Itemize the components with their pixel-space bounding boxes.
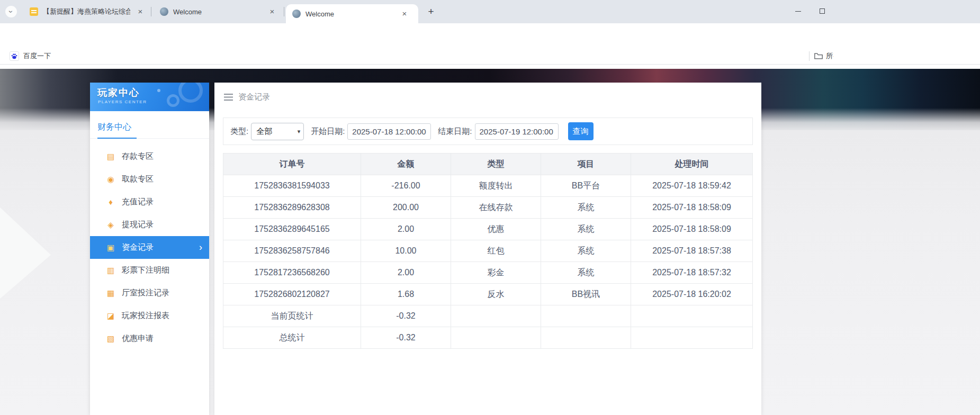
sidebar-item-recharge-records[interactable]: ♦ 充值记录	[90, 191, 209, 213]
sidebar-section-label: 财务中心	[97, 122, 131, 131]
end-date-input[interactable]	[475, 123, 559, 140]
bookmarks-bar: 百度一下 所有书签	[0, 48, 980, 65]
sidebar-item-label: 资金记录	[122, 242, 154, 252]
menu-icon	[224, 94, 233, 101]
close-tab-icon[interactable]: ×	[267, 7, 277, 16]
bet-report-icon: ◪	[106, 311, 115, 321]
type-label: 类型:	[230, 127, 248, 137]
sidebar-title: 玩家中心	[97, 86, 140, 99]
sidebar-item-withdraw[interactable]: ◉ 取款专区	[90, 168, 209, 191]
col-project: 项目	[541, 154, 631, 175]
col-time: 处理时间	[631, 154, 753, 175]
table-cell: -0.32	[361, 305, 451, 327]
baidu-favicon	[10, 51, 19, 61]
table-cell: BB平台	[541, 175, 631, 197]
tab-separator	[284, 7, 284, 16]
table-cell	[631, 327, 753, 349]
sidebar-item-label: 厅室投注记录	[122, 288, 169, 298]
decor-triangle	[0, 206, 51, 300]
hall-bets-icon: ▦	[106, 288, 115, 298]
bookmark-baidu[interactable]: 百度一下	[6, 50, 54, 62]
sidebar-item-hall-bets[interactable]: ▦ 厅室投注记录	[90, 282, 209, 304]
sidebar-item-fund-records[interactable]: ▣ 资金记录 ›	[90, 236, 209, 259]
search-button[interactable]: 查询	[568, 122, 594, 140]
close-tab-icon[interactable]: ×	[136, 7, 145, 16]
col-order-id: 订单号	[223, 154, 361, 175]
table-cell: 1752826802120827	[223, 284, 361, 305]
table-cell	[451, 305, 541, 327]
browser-navbar: ← → ↻ ⌂ js13.cc/hhcp/usercenter.html?ini…	[0, 23, 980, 48]
start-date-label: 开始日期:	[311, 127, 345, 137]
minimize-button[interactable]	[786, 0, 810, 22]
table-cell	[631, 305, 753, 327]
sidebar-item-withdrawal-records[interactable]: ◈ 提现记录	[90, 213, 209, 236]
folder-icon	[814, 52, 823, 60]
chevron-right-icon: ›	[199, 241, 202, 252]
tab-title: 【新提醒】海燕策略论坛综合交流	[43, 7, 130, 16]
close-tab-icon[interactable]: ×	[400, 9, 409, 19]
sidebar-item-deposit[interactable]: ▤ 存款专区	[90, 145, 209, 168]
table-cell: 2025-07-18 18:57:32	[631, 262, 753, 284]
type-select[interactable]: 全部 ▾	[251, 123, 304, 140]
minimize-icon	[795, 11, 801, 12]
table-cell: 系统	[541, 240, 631, 262]
start-date-input[interactable]	[347, 123, 431, 140]
table-cell: 1752836289645165	[223, 219, 361, 240]
col-amount: 金额	[361, 154, 451, 175]
sidebar-item-label: 玩家投注报表	[122, 311, 169, 321]
browser-titlebar: › 【新提醒】海燕策略论坛综合交流 × Welcome × Welcome × …	[0, 0, 980, 23]
tab-title: Welcome	[173, 8, 262, 16]
tab-forum[interactable]: 【新提醒】海燕策略论坛综合交流 ×	[23, 0, 150, 23]
table-cell	[541, 305, 631, 327]
sidebar-item-label: 充值记录	[122, 197, 154, 207]
tab-favicon	[160, 7, 168, 16]
fund-records-table: 订单号 金额 类型 项目 处理时间 1752836381594033 -216.…	[223, 153, 753, 349]
table-cell: 1.68	[361, 284, 451, 305]
table-row-total-summary: 总统计 -0.32	[223, 327, 753, 349]
withdraw-icon: ◉	[106, 175, 115, 184]
table-cell: 10.00	[361, 240, 451, 262]
table-cell: 2.00	[361, 262, 451, 284]
table-cell: -0.32	[361, 327, 451, 349]
page-title: 资金记录	[238, 92, 270, 102]
withdrawal-records-icon: ◈	[106, 220, 115, 230]
panel-header: 资金记录	[214, 83, 761, 111]
table-cell: 系统	[541, 219, 631, 240]
lottery-bets-icon: ▥	[106, 266, 115, 275]
table-cell: 反水	[451, 284, 541, 305]
sidebar-header: 玩家中心 PLAYERS CENTER	[90, 83, 209, 111]
sidebar-item-lottery-bets[interactable]: ▥ 彩票下注明细	[90, 259, 209, 282]
maximize-button[interactable]	[810, 0, 834, 22]
sidebar-section: 财务中心	[90, 111, 209, 139]
sidebar-subtitle: PLAYERS CENTER	[98, 100, 147, 104]
table-cell: 总统计	[223, 327, 361, 349]
table-cell: 在线存款	[451, 197, 541, 219]
table-cell: 红包	[451, 240, 541, 262]
table-cell: 2025-07-18 18:58:09	[631, 197, 753, 219]
table-header-row: 订单号 金额 类型 项目 处理时间	[223, 154, 753, 175]
sidebar-item-label: 优惠申请	[122, 333, 154, 344]
tab-welcome-2-active[interactable]: Welcome ×	[286, 4, 418, 23]
table-cell: 200.00	[361, 197, 451, 219]
table-cell: 2.00	[361, 219, 451, 240]
table-cell: 2025-07-18 18:58:09	[631, 219, 753, 240]
tab-search-caret-button[interactable]: ›	[5, 6, 17, 17]
new-tab-button[interactable]: +	[424, 5, 438, 20]
select-caret-icon: ▾	[298, 128, 301, 135]
table-row: 1752836289645165 2.00 优惠 系统 2025-07-18 1…	[223, 219, 753, 240]
sidebar-menu: ▤ 存款专区 ◉ 取款专区 ♦ 充值记录 ◈ 提现记录 ▣ 资金记录	[90, 139, 209, 350]
page-top-gap	[0, 65, 980, 69]
table-row-page-summary: 当前页统计 -0.32	[223, 305, 753, 327]
table-cell	[541, 327, 631, 349]
table-cell: BB视讯	[541, 284, 631, 305]
sidebar-section-underline	[97, 138, 137, 139]
bookmarks-separator	[809, 51, 810, 61]
tab-welcome-1[interactable]: Welcome ×	[154, 0, 283, 23]
sidebar-item-bet-report[interactable]: ◪ 玩家投注报表	[90, 304, 209, 327]
sidebar-item-promo-apply[interactable]: ▧ 优惠申请	[90, 327, 209, 350]
all-bookmarks-label: 所有书签	[826, 51, 833, 61]
all-bookmarks-button[interactable]: 所有书签	[814, 50, 833, 62]
filter-bar: 类型: 全部 ▾ 开始日期: 结束日期: 查询	[223, 118, 753, 145]
table-cell: 2025-07-18 18:57:38	[631, 240, 753, 262]
fund-records-icon: ▣	[106, 243, 115, 252]
